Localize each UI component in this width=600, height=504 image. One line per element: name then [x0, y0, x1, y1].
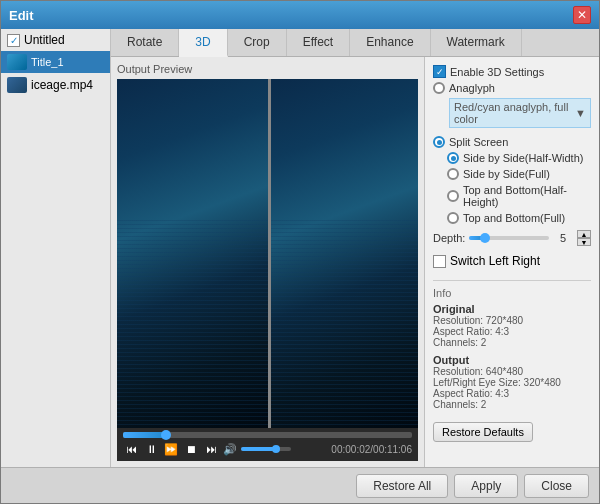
untitled-label: Untitled [24, 33, 65, 47]
stop-button[interactable]: ⏹ [183, 441, 199, 457]
preview-area: Output Preview [111, 57, 424, 467]
original-resolution: Resolution: 720*480 [433, 315, 591, 326]
close-dialog-button[interactable]: Close [524, 474, 589, 498]
output-title: Output [433, 354, 591, 366]
bottom-bar: Restore All Apply Close [1, 467, 599, 503]
option-4-row: Top and Bottom(Full) [447, 212, 591, 224]
enable-3d-label: Enable 3D Settings [450, 66, 544, 78]
dropdown-arrow: ▼ [575, 107, 586, 119]
depth-row: Depth: 5 ▲ ▼ [433, 230, 591, 246]
enable-3d-row: Enable 3D Settings [433, 65, 591, 78]
tab-watermark[interactable]: Watermark [431, 29, 522, 56]
option-1-radio[interactable] [447, 152, 459, 164]
volume-knob[interactable] [272, 445, 280, 453]
split-divider [268, 79, 271, 428]
depth-value: 5 [553, 232, 573, 244]
anaglyph-label: Anaglyph [449, 82, 495, 94]
split-screen-label: Split Screen [449, 136, 508, 148]
anaglyph-row: Anaglyph [433, 82, 591, 94]
close-button[interactable]: ✕ [573, 6, 591, 24]
depth-slider[interactable] [469, 236, 549, 240]
restore-all-button[interactable]: Restore All [356, 474, 448, 498]
switch-row: Switch Left Right [433, 254, 591, 268]
depth-up[interactable]: ▲ [577, 230, 591, 238]
volume-fill [241, 447, 276, 451]
iceage-item[interactable]: iceage.mp4 [1, 73, 110, 97]
option-2-radio[interactable] [447, 168, 459, 180]
video-right [268, 79, 419, 428]
option-2-label: Side by Side(Full) [463, 168, 550, 180]
left-panel: Untitled Title_1 iceage.mp4 [1, 29, 111, 467]
preview-label: Output Preview [117, 63, 418, 75]
title-1-item[interactable]: Title_1 [1, 51, 110, 73]
info-section: Info Original Resolution: 720*480 Aspect… [433, 280, 591, 442]
volume-bar[interactable] [241, 447, 291, 451]
go-end-button[interactable]: ⏭ [203, 441, 219, 457]
untitled-item: Untitled [1, 29, 110, 51]
settings-panel: Enable 3D Settings Anaglyph Red/cyan ana… [424, 57, 599, 467]
option-3-radio[interactable] [447, 190, 459, 202]
depth-label: Depth: [433, 232, 465, 244]
tab-bar: Rotate 3D Crop Effect Enhance Watermark [111, 29, 599, 57]
apply-button[interactable]: Apply [454, 474, 518, 498]
go-start-button[interactable]: ⏮ [123, 441, 139, 457]
content-area: Untitled Title_1 iceage.mp4 Rotate 3D Cr… [1, 29, 599, 467]
controls-bar: ⏮ ⏸ ⏩ ⏹ ⏭ 🔊 00:00:02/00:11:06 [117, 428, 418, 461]
option-3-row: Top and Bottom(Half-Height) [447, 184, 591, 208]
depth-knob[interactable] [480, 233, 490, 243]
original-group: Original Resolution: 720*480 Aspect Rati… [433, 303, 591, 348]
output-group: Output Resolution: 640*480 Left/Right Ey… [433, 354, 591, 410]
output-aspect: Aspect Ratio: 4:3 [433, 388, 591, 399]
untitled-checkbox[interactable] [7, 34, 20, 47]
title-1-label: Title_1 [31, 56, 64, 68]
tab-enhance[interactable]: Enhance [350, 29, 430, 56]
enable-3d-checkbox[interactable] [433, 65, 446, 78]
main-panel: Rotate 3D Crop Effect Enhance Watermark … [111, 29, 599, 467]
title-bar: Edit ✕ [1, 1, 599, 29]
seek-bar[interactable] [123, 432, 412, 438]
restore-defaults-button[interactable]: Restore Defaults [433, 422, 533, 442]
output-resolution: Resolution: 640*480 [433, 366, 591, 377]
title-1-thumb [7, 54, 27, 70]
dropdown-label: Red/cyan anaglyph, full color [454, 101, 575, 125]
option-4-radio[interactable] [447, 212, 459, 224]
switch-checkbox[interactable] [433, 255, 446, 268]
switch-label: Switch Left Right [450, 254, 540, 268]
edit-body: Output Preview [111, 57, 599, 467]
iceage-thumb [7, 77, 27, 93]
split-screen-row: Split Screen [433, 136, 591, 148]
depth-stepper: ▲ ▼ [577, 230, 591, 246]
tab-rotate[interactable]: Rotate [111, 29, 179, 56]
option-4-label: Top and Bottom(Full) [463, 212, 565, 224]
tab-crop[interactable]: Crop [228, 29, 287, 56]
video-left [117, 79, 268, 428]
info-header: Info [433, 287, 591, 299]
option-1-row: Side by Side(Half-Width) [447, 152, 591, 164]
anaglyph-radio[interactable] [433, 82, 445, 94]
tab-effect[interactable]: Effect [287, 29, 350, 56]
window-title: Edit [9, 8, 573, 23]
seek-fill [123, 432, 166, 438]
wave-right [268, 219, 419, 428]
volume-icon[interactable]: 🔊 [223, 443, 237, 456]
fast-forward-button[interactable]: ⏩ [163, 441, 179, 457]
iceage-label: iceage.mp4 [31, 78, 93, 92]
option-2-row: Side by Side(Full) [447, 168, 591, 180]
output-channels: Channels: 2 [433, 399, 591, 410]
seek-knob[interactable] [161, 430, 171, 440]
time-display: 00:00:02/00:11:06 [331, 444, 412, 455]
original-channels: Channels: 2 [433, 337, 591, 348]
pause-button[interactable]: ⏸ [143, 441, 159, 457]
anaglyph-dropdown[interactable]: Red/cyan anaglyph, full color ▼ [449, 98, 591, 128]
tab-3d[interactable]: 3D [179, 29, 227, 57]
edit-window: Edit ✕ Untitled Title_1 iceage.mp4 Rotat… [0, 0, 600, 504]
option-1-label: Side by Side(Half-Width) [463, 152, 583, 164]
playback-controls: ⏮ ⏸ ⏩ ⏹ ⏭ 🔊 00:00:02/00:11:06 [123, 441, 412, 457]
original-title: Original [433, 303, 591, 315]
depth-down[interactable]: ▼ [577, 238, 591, 246]
split-screen-radio[interactable] [433, 136, 445, 148]
video-preview [117, 79, 418, 428]
output-eye-size: Left/Right Eye Size: 320*480 [433, 377, 591, 388]
option-3-label: Top and Bottom(Half-Height) [463, 184, 591, 208]
wave-left [117, 219, 268, 428]
